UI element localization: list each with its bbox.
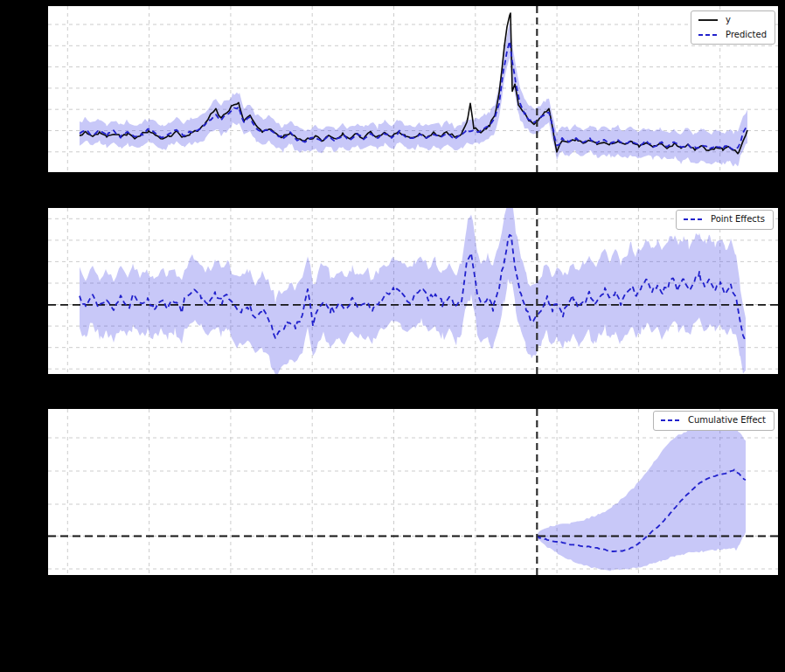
point-effects-line-swatch-icon <box>684 218 703 220</box>
original-series-panel <box>48 6 778 172</box>
legend-item-y: y <box>698 15 767 26</box>
cumulative-effect-panel <box>48 409 778 575</box>
original-chart <box>48 6 778 172</box>
legend-original: y Predicted <box>691 10 775 45</box>
legend-label-predicted: Predicted <box>726 30 767 41</box>
legend-item-cumulative-effect: Cumulative Effect <box>661 415 766 426</box>
point-effects-panel <box>48 208 778 374</box>
causal-impact-figure: y Predicted Point Effects Cumulative Eff… <box>0 0 785 672</box>
legend-cumulative-effect: Cumulative Effect <box>653 411 775 431</box>
legend-item-predicted: Predicted <box>698 30 767 41</box>
legend-label-cumulative-effect: Cumulative Effect <box>688 415 766 426</box>
y-line-swatch-icon <box>698 19 718 21</box>
cumulative-effect-line-swatch-icon <box>661 419 680 421</box>
legend-point-effects: Point Effects <box>676 210 774 230</box>
legend-label-point-effects: Point Effects <box>711 214 765 225</box>
legend-label-y: y <box>726 15 731 26</box>
legend-item-point-effects: Point Effects <box>684 214 765 225</box>
cumulative-effect-chart <box>48 409 778 575</box>
point-effects-chart <box>48 208 778 374</box>
predicted-line-swatch-icon <box>698 34 718 36</box>
